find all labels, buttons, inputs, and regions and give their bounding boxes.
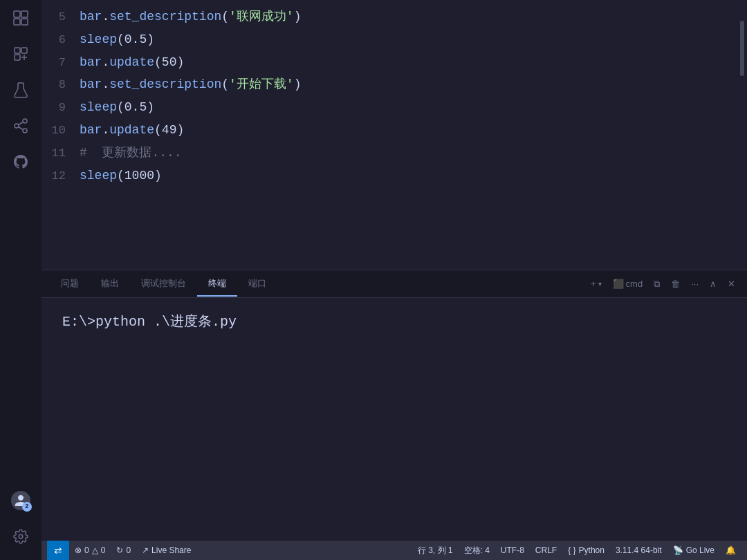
more-actions-btn[interactable]: ··· [688, 277, 702, 291]
notifications-btn[interactable]: 🔔 [720, 541, 741, 560]
golive-label: Go Live [686, 545, 714, 555]
liveshare-activity-icon[interactable] [4, 109, 37, 142]
terminal-name-label: cmd [626, 279, 643, 289]
tab-ports[interactable]: 端口 [237, 272, 277, 297]
maximize-panel-btn[interactable]: ∧ [706, 277, 720, 291]
extensions-icon[interactable] [4, 1, 37, 35]
svg-rect-3 [21, 19, 28, 25]
tab-debug-console[interactable]: 调试控制台 [130, 272, 197, 297]
spaces-status[interactable]: 空格: 4 [459, 541, 495, 560]
split-terminal-btn[interactable]: ⧉ [650, 277, 663, 292]
sync-status[interactable]: ↻ 0 [111, 541, 136, 560]
line-content-11[interactable]: # 更新数据.... [80, 143, 747, 163]
warning-count: 0 [101, 545, 106, 555]
account-badge: 2 [22, 502, 32, 512]
remote-icon[interactable] [4, 37, 37, 71]
cursor-position[interactable]: 行 3, 列 1 [412, 541, 459, 560]
code-line-11: 11 # 更新数据.... [42, 142, 747, 165]
line-number-9: 9 [42, 98, 80, 117]
tab-problems[interactable]: 问题 [50, 272, 90, 297]
errors-status[interactable]: ⊗ 0 △ 0 [69, 541, 111, 560]
sync-count: 0 [126, 545, 131, 555]
kill-terminal-btn[interactable]: 🗑 [667, 277, 683, 291]
python-version-label: 3.11.4 64-bit [616, 545, 662, 555]
liveshare-label: Live Share [151, 545, 191, 555]
scrollbar-thumb [740, 21, 744, 76]
language-label: Python [579, 545, 605, 555]
spaces-label: 空格: 4 [464, 545, 490, 557]
status-bar: ⇄ ⊗ 0 △ 0 ↻ 0 ↗ Live Share 行 3, 列 1 空格: [42, 541, 747, 560]
code-editor: 5 bar.set_description('联网成功') 6 sleep(0.… [42, 0, 747, 270]
svg-point-15 [19, 534, 23, 539]
github-icon[interactable] [4, 145, 37, 178]
remote-icon-status: ⇄ [54, 545, 62, 556]
plus-icon: + [591, 279, 596, 289]
terminal-icon: ⬛ [613, 279, 624, 289]
chevron-down-icon: ▾ [598, 280, 602, 288]
avatar: 2 [11, 491, 30, 510]
close-icon: ✕ [728, 279, 735, 289]
line-content-9[interactable]: sleep(0.5) [80, 97, 747, 118]
tab-terminal[interactable]: 终端 [197, 272, 237, 297]
encoding-label: UTF-8 [501, 545, 524, 555]
liveshare-status[interactable]: ↗ Live Share [136, 541, 196, 560]
svg-rect-2 [14, 19, 20, 25]
antenna-icon: 📡 [673, 545, 683, 555]
svg-point-10 [23, 119, 27, 123]
liveshare-icon: ↗ [142, 545, 149, 555]
line-number-12: 12 [42, 167, 80, 185]
language-status[interactable]: { } Python [562, 541, 610, 560]
line-number-5: 5 [42, 8, 80, 26]
bell-icon: 🔔 [726, 545, 736, 555]
terminal-body[interactable]: E:\>python .\进度条.py [42, 298, 747, 541]
code-line-12: 12 sleep(1000) [42, 165, 747, 187]
language-icon: { } [568, 545, 575, 555]
panel-tabs: 问题 输出 调试控制台 终端 端口 + ▾ ⬛ cmd ⧉ 🗑 [42, 270, 747, 298]
error-count: 0 [84, 545, 89, 555]
encoding-status[interactable]: UTF-8 [495, 541, 530, 560]
cursor-position-label: 行 3, 列 1 [418, 545, 453, 557]
code-line-7: 7 bar.update(50) [42, 51, 747, 74]
code-line-5: 5 bar.set_description('联网成功') [42, 6, 747, 28]
remote-status[interactable]: ⇄ [47, 541, 69, 560]
status-bar-left: ⇄ ⊗ 0 △ 0 ↻ 0 ↗ Live Share [47, 541, 196, 560]
chevron-up-icon: ∧ [710, 279, 717, 289]
settings-icon[interactable] [4, 520, 37, 553]
svg-rect-6 [15, 55, 20, 60]
line-number-8: 8 [42, 75, 80, 94]
line-content-6[interactable]: sleep(0.5) [80, 30, 747, 50]
tab-output[interactable]: 输出 [90, 272, 130, 297]
warning-icon: △ [92, 545, 98, 555]
code-line-10: 10 bar.update(49) [42, 119, 747, 142]
python-version[interactable]: 3.11.4 64-bit [610, 541, 667, 560]
line-ending-label: CRLF [535, 545, 557, 555]
line-content-10[interactable]: bar.update(49) [80, 120, 747, 140]
svg-rect-1 [21, 11, 28, 17]
close-panel-btn[interactable]: ✕ [724, 277, 739, 291]
panel: 问题 输出 调试控制台 终端 端口 + ▾ ⬛ cmd ⧉ 🗑 [42, 270, 747, 541]
line-ending-status[interactable]: CRLF [530, 541, 562, 560]
line-content-12[interactable]: sleep(1000) [80, 166, 747, 186]
golive-status[interactable]: 📡 Go Live [667, 541, 720, 560]
new-terminal-btn[interactable]: + ▾ [587, 277, 605, 291]
line-number-6: 6 [42, 30, 80, 49]
svg-line-14 [19, 122, 24, 125]
code-lines: 5 bar.set_description('联网成功') 6 sleep(0.… [42, 0, 747, 187]
line-content-8[interactable]: bar.set_description('开始下载') [80, 75, 747, 95]
line-number-7: 7 [42, 53, 80, 72]
account-icon[interactable]: 2 [4, 484, 37, 517]
activity-bar: 2 [0, 0, 42, 560]
svg-rect-5 [21, 48, 27, 53]
line-content-5[interactable]: bar.set_description('联网成功') [80, 7, 747, 27]
svg-rect-4 [15, 48, 20, 53]
line-content-7[interactable]: bar.update(50) [80, 53, 747, 73]
status-bar-right: 行 3, 列 1 空格: 4 UTF-8 CRLF { } Python 3.1… [412, 541, 741, 560]
split-icon: ⧉ [654, 279, 660, 290]
code-line-6: 6 sleep(0.5) [42, 28, 747, 51]
flask-icon[interactable] [4, 73, 37, 106]
terminal-type-btn[interactable]: ⬛ cmd [609, 277, 647, 291]
svg-line-13 [19, 127, 24, 130]
editor-scrollbar[interactable] [737, 0, 747, 270]
ellipsis-icon: ··· [691, 279, 699, 289]
main-content: 5 bar.set_description('联网成功') 6 sleep(0.… [42, 0, 747, 560]
